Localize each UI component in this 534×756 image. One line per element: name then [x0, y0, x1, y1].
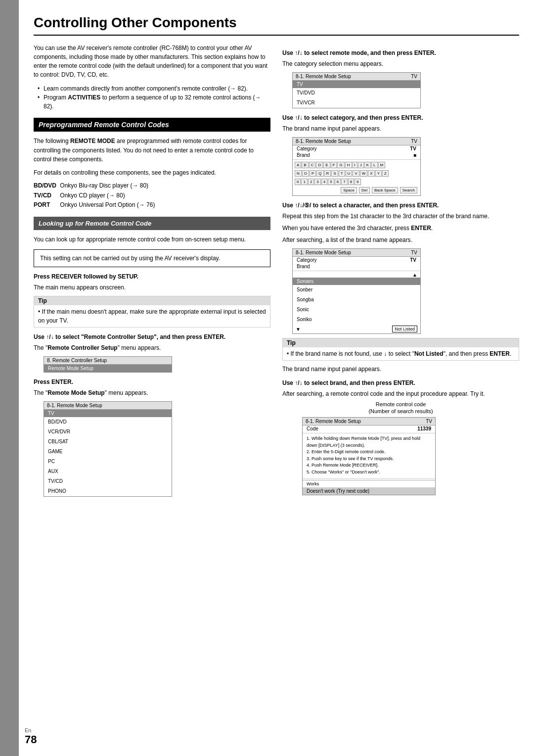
screen2-row-game: GAME: [44, 447, 172, 457]
step5-body: The brand name input panel appears.: [282, 124, 519, 133]
step2-instruction: Use ↑/↓ to select "Remote Controller Set…: [34, 332, 270, 341]
code-note2: (Number of search results): [282, 408, 519, 414]
final-step5: 5. Choose "Works" or "Doesn't work".: [307, 469, 431, 476]
tip1-body: • If the main menu doesn't appear, make …: [34, 305, 270, 327]
screen2-row-aux: AUX: [44, 467, 172, 476]
step6-body1: Repeat this step from the 1st character …: [282, 212, 519, 221]
not-listed-button[interactable]: Not Listed: [392, 326, 417, 332]
page-en-label: En: [25, 727, 37, 733]
step3-body: The "Remote Mode Setup" menu appears.: [34, 388, 270, 397]
tip2-header: Tip: [283, 338, 519, 347]
screen5-divider: [293, 271, 420, 271]
component-tvcd: TV/CD Onkyo CD player (→ 80): [34, 191, 270, 200]
screen2-row-pc: PC: [44, 457, 172, 467]
screen4-divider: [293, 159, 420, 160]
screen5-brand5: Soniko: [293, 315, 420, 325]
step3-instruction: Press ENTER.: [34, 378, 270, 386]
main-content: Controlling Other Components You can use…: [19, 0, 534, 756]
tip1-box: Tip • If the main menu doesn't appear, m…: [34, 296, 270, 328]
screen2-row-tv: TV: [44, 410, 172, 417]
final-code-field: Code 11339: [303, 425, 435, 432]
intro-text: You can use the AV receiver's remote con…: [34, 44, 270, 79]
screen2-row-vcr: VCR/DVR: [44, 427, 172, 437]
final-step4: 4. Push Remote Mode [RECEIVER].: [307, 462, 431, 469]
keyboard-row3: 0123456789: [293, 178, 420, 186]
screen5-brand1: Sonaes: [293, 278, 420, 285]
step1-body: The main menu appears onscreen.: [34, 283, 270, 292]
two-col-layout: You can use the AV receiver's remote con…: [34, 44, 519, 501]
screen5-brand4: Sonic: [293, 305, 420, 315]
screen3-row-tvvcr: TV/VCR: [293, 98, 420, 108]
step1-instruction: Press RECEIVER followed by SETUP.: [34, 272, 270, 281]
final-step2: 2. Enter the 5-Digit remote control code…: [307, 449, 431, 456]
screen5-bottom: ▼ Not Listed: [293, 325, 420, 333]
bullet-item-1: Learn commands directly from another com…: [38, 84, 270, 93]
col-right: Use ↑/↓ to select remote mode, and then …: [282, 44, 519, 501]
final-screen-header: 8-1. Remote Mode Setup TV: [303, 418, 435, 425]
step6-instruction: Use ↑/↓/⑤/ to select a character, and th…: [282, 201, 519, 210]
screen5-field-category: Category TV: [293, 257, 420, 263]
keyboard-row2: NOPQRSTUVWXYZ: [293, 169, 420, 178]
page-number: 78: [25, 733, 37, 746]
screen2-row-bddvd: BD/DVD: [44, 417, 172, 427]
step4-instruction: Use ↑/↓ to select remote mode, and then …: [282, 48, 519, 57]
component-port: PORT Onkyo Universal Port Option (→ 76): [34, 200, 270, 210]
screen2-row-phono: PHONO: [44, 486, 172, 496]
page-number-area: En 78: [25, 727, 37, 746]
section1-detail: For details on controlling these compone…: [34, 168, 270, 178]
page-container: Controlling Other Components You can use…: [0, 0, 534, 756]
tip1-header: Tip: [34, 296, 270, 305]
section1-body: The following REMOTE MODE are preprogram…: [34, 137, 270, 164]
screen2-header: 8-1. Remote Mode Setup: [44, 402, 172, 410]
screen1-header: 8. Remote Controller Setup: [44, 357, 172, 365]
final-step3: 3. Push some key to see if the TV respon…: [307, 456, 431, 463]
tip2-extra: The brand name input panel appears.: [282, 365, 519, 374]
final-screen-mockup: 8-1. Remote Mode Setup TV Code 11339 1. …: [302, 417, 436, 495]
step2-body: The "Remote Controller Setup" menu appea…: [34, 343, 270, 352]
left-tab: [0, 0, 19, 756]
screen5-brand3: Songba: [293, 295, 420, 305]
col-left: You can use the AV receiver's remote con…: [34, 44, 270, 501]
screen5-brand2: Sonber: [293, 285, 420, 295]
screen3-mockup: 8-1. Remote Mode Setup TV TV TV/DVD TV/V…: [292, 72, 421, 108]
screen5-field-brand: Brand: [293, 263, 420, 270]
final-instructions: 1. While holding down Remote Mode [TV], …: [303, 434, 435, 477]
screen1-row1: Remote Mode Setup: [44, 365, 172, 372]
step7-instruction: Use ↑/↓ to select brand, and then press …: [282, 378, 519, 387]
screen2-mockup: 8-1. Remote Mode Setup TV BD/DVD VCR/DVR…: [44, 401, 172, 497]
section1-header: Preprogrammed Remote Control Codes: [34, 118, 270, 132]
keyboard-buttons: Space Del Back Space Search: [293, 186, 420, 195]
final-step1: 1. While holding down Remote Mode [TV], …: [307, 435, 431, 449]
screen2-row-cbl: CBL/SAT: [44, 437, 172, 447]
screen4-field-category: Category TV: [293, 145, 420, 152]
page-title: Controlling Other Components: [34, 15, 519, 36]
screen5-header: 8-1. Remote Mode Setup TV: [293, 249, 420, 257]
screen2-row-tvcd: TV/CD: [44, 476, 172, 486]
step4-body: The category selection menu appears.: [282, 59, 519, 68]
section2-header: Looking up for Remote Control Code: [34, 217, 270, 230]
screen4-header: 8-1. Remote Mode Setup TV: [293, 138, 420, 145]
component-bddvd: BD/DVD Onkyo Blu-ray Disc player (→ 80): [34, 181, 270, 190]
final-divider2: [303, 478, 435, 479]
final-divider: [303, 433, 435, 433]
step5-instruction: Use ↑/↓ to select category, and then pre…: [282, 113, 519, 122]
warning-box: This setting can not be carried out by u…: [34, 249, 270, 267]
tip2-box: Tip • If the brand name is not found, us…: [282, 338, 519, 361]
step6-body2: When you have entered the 3rd character,…: [282, 224, 519, 233]
screen4-mockup: 8-1. Remote Mode Setup TV Category TV Br…: [292, 137, 421, 196]
keyboard-row1: ABCDEFGHIJKLM: [293, 161, 420, 169]
bullet-list: Learn commands directly from another com…: [38, 84, 270, 111]
screen3-header: 8-1. Remote Mode Setup TV: [293, 73, 420, 81]
screen1-mockup: 8. Remote Controller Setup Remote Mode S…: [44, 356, 172, 373]
step6-body3: After searching, a list of the brand nam…: [282, 236, 519, 244]
code-note1: Remote control code: [282, 401, 519, 407]
screen3-row-tv: TV: [293, 81, 420, 88]
section2-body: You can look up for appropriate remote c…: [34, 235, 270, 244]
tip2-body: • If the brand name is not found, use ↓ …: [283, 347, 519, 360]
step7-body: After searching, a remote control code a…: [282, 389, 519, 398]
component-list: BD/DVD Onkyo Blu-ray Disc player (→ 80) …: [34, 181, 270, 210]
scroll-up-area: ▲: [293, 272, 420, 278]
final-bottom-notwork: Doesn't work (Try next code): [303, 487, 435, 495]
bullet-item-2: Program ACTIVITIES to perform a sequence…: [38, 93, 270, 111]
final-bottom-works: Works: [303, 480, 435, 487]
